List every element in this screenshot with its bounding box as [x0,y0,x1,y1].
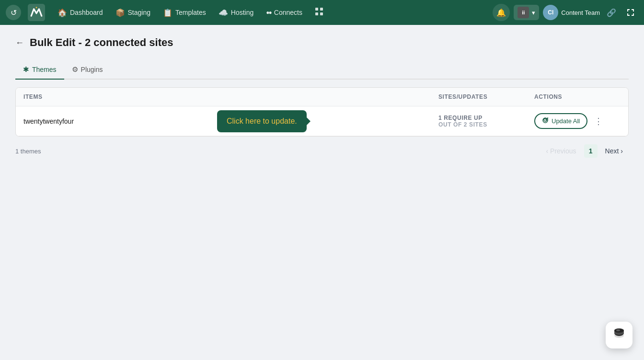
grid-icon [315,7,323,18]
refresh-icon: ↺ [11,8,17,17]
tab-themes-label: Themes [32,66,57,73]
tab-plugins[interactable]: ⚙ Plugins [64,60,111,80]
pagination-bar: 1 themes ‹ Previous 1 Next › [15,137,629,165]
workspace-switcher[interactable]: ii ▾ [514,5,539,20]
page-number-1[interactable]: 1 [584,144,598,158]
staging-icon: 📦 [115,8,125,17]
next-button[interactable]: Next › [599,144,629,158]
external-link-icon[interactable]: 🔗 [604,5,619,20]
back-button[interactable]: ← [15,38,24,48]
hosting-icon: ☁️ [218,8,228,17]
col-items-header: ITEMS [23,93,438,100]
pagination-controls: ‹ Previous 1 Next › [540,144,629,158]
tab-themes[interactable]: ✱ Themes [15,60,64,80]
row-theme-name: twentytwentyfour [23,117,438,125]
next-label: Next [605,147,619,155]
tab-plugins-label: Plugins [81,66,103,73]
nav-items: 🏠 Dashboard 📦 Staging 📋 Templates ☁️ Hos… [52,4,491,21]
expand-icon[interactable] [623,5,638,20]
themes-tab-icon: ✱ [23,65,29,74]
connects-icon: ●● [266,9,271,16]
row-sites-sub: out of 2 sites [438,121,534,128]
nav-item-hosting-label: Hosting [231,9,253,16]
nav-item-dashboard[interactable]: 🏠 Dashboard [52,5,109,20]
col-sites-header: SITES/UPDATES [438,93,534,100]
update-refresh-icon [542,117,549,125]
nav-item-connects-label: Connects [274,9,302,16]
home-icon: 🏠 [58,8,67,17]
nav-item-templates[interactable]: 📋 Templates [157,5,212,20]
nav-right: 🔔 ii ▾ CI Content Team 🔗 [493,4,638,21]
workspace-chevron: ▾ [532,9,535,16]
page-title: Bulk Edit - 2 connected sites [30,36,173,49]
logo [27,3,46,22]
table-header: ITEMS SITES/UPDATES ACTIONS [16,88,628,106]
user-name: Content Team [561,9,600,16]
navbar: ↺ 🏠 Dashboard 📦 Staging 📋 Templates ☁️ H… [0,0,644,25]
tabs-container: ✱ Themes ⚙ Plugins [15,60,629,80]
row-actions: Update All ⋮ [534,113,621,129]
refresh-button[interactable]: ↺ [6,5,21,20]
previous-label: Previous [550,147,576,155]
back-icon: ← [15,38,24,48]
pagination-count: 1 themes [15,148,41,155]
more-options-button[interactable]: ⋮ [591,114,606,128]
svg-rect-4 [320,12,323,15]
nav-item-connects[interactable]: ●● Connects [260,6,308,19]
templates-icon: 📋 [163,8,172,17]
notification-bell[interactable]: 🔔 [493,4,510,21]
page-header: ← Bulk Edit - 2 connected sites [15,36,629,49]
nav-item-dashboard-label: Dashboard [70,9,103,16]
update-all-button[interactable]: Update All [534,113,587,129]
row-sites-info: 1 require up out of 2 sites [438,115,534,128]
nav-item-hosting[interactable]: ☁️ Hosting [213,5,259,20]
col-actions-header: ACTIONS [534,93,621,100]
nav-item-grid[interactable] [309,4,329,21]
next-icon: › [621,147,623,155]
nav-item-templates-label: Templates [175,9,206,16]
prev-icon: ‹ [546,147,548,155]
nav-item-staging[interactable]: 📦 Staging [110,5,156,20]
workspace-avatar: ii [518,7,529,18]
svg-rect-1 [315,8,318,11]
bell-icon: 🔔 [496,8,506,17]
update-all-label: Update All [552,117,580,125]
svg-point-11 [616,329,620,331]
table-row: twentytwentyfour 1 require up out of 2 s… [16,106,628,136]
svg-rect-3 [315,12,318,15]
floating-action-button[interactable] [606,322,632,348]
row-sites-text: 1 require up [438,115,534,121]
nav-item-staging-label: Staging [128,9,150,16]
page-content: ← Bulk Edit - 2 connected sites ✱ Themes… [0,25,644,177]
plugins-tab-icon: ⚙ [72,65,78,74]
floating-icon [612,327,626,343]
table-container: ITEMS SITES/UPDATES ACTIONS twentytwenty… [15,87,629,137]
svg-rect-2 [320,8,323,11]
user-menu[interactable]: CI Content Team [543,5,600,20]
previous-button[interactable]: ‹ Previous [540,144,582,158]
user-avatar: CI [543,5,558,20]
